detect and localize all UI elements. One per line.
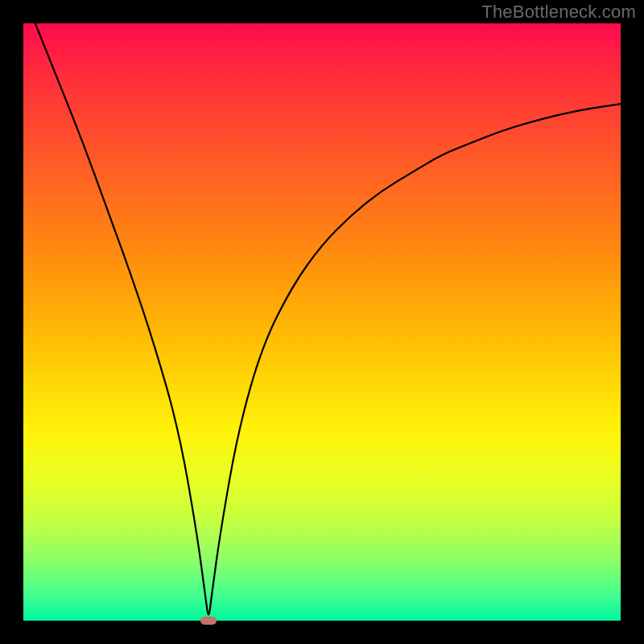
chart-frame: TheBottleneck.com [0,0,644,644]
watermark-text: TheBottleneck.com [481,2,636,23]
bottleneck-curve [23,23,621,621]
plot-area [23,23,621,621]
minimum-marker [200,617,217,625]
